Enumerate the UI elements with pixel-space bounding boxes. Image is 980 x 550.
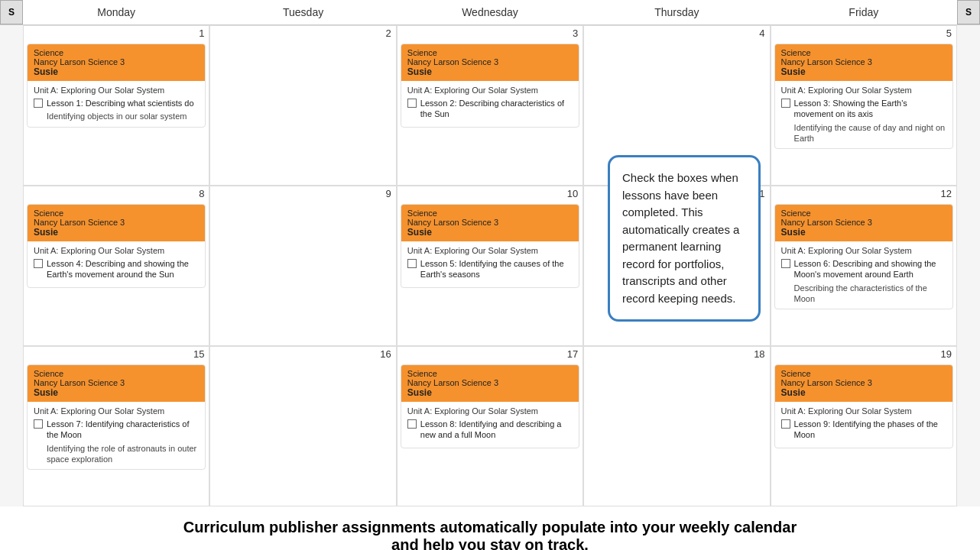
date-fri-3: 19 [771, 347, 956, 361]
side-right-2 [957, 186, 980, 346]
curriculum-12: Nancy Larson Science 3 [781, 218, 946, 227]
unit-8: Unit A: Exploring Our Solar System [34, 246, 199, 255]
cell-fri-2: 12 Science Nancy Larson Science 3 Susie … [771, 186, 957, 346]
lesson-sub-1: Identifying objects in our solar system [34, 111, 199, 121]
unit-1: Unit A: Exploring Our Solar System [34, 86, 199, 95]
curriculum-19: Nancy Larson Science 3 [781, 378, 946, 387]
lesson-text-5: Lesson 3: Showing the Earth's movement o… [794, 98, 946, 120]
card-header-12: Science Nancy Larson Science 3 Susie [775, 205, 952, 241]
lesson-checkbox-3[interactable] [407, 99, 417, 108]
date-wed-1: 3 [398, 26, 582, 40]
lesson-checkbox-1[interactable] [34, 99, 43, 108]
date-thu-3: 18 [584, 347, 769, 361]
unit-15: Unit A: Exploring Our Solar System [34, 406, 199, 416]
lesson-checkbox-8[interactable] [34, 259, 43, 268]
lesson-text-10: Lesson 5: Identifying the causes of the … [420, 258, 573, 280]
cell-mon-1: 1 Science Nancy Larson Science 3 Susie U… [23, 25, 209, 186]
lesson-card-19: Science Nancy Larson Science 3 Susie Uni… [774, 364, 953, 448]
lesson-checkbox-5[interactable] [781, 99, 790, 108]
student-3: Susie [407, 66, 573, 77]
card-header-3: Science Nancy Larson Science 3 Susie [401, 44, 579, 81]
subject-3: Science [407, 48, 573, 57]
lesson-text-15: Lesson 7: Identifying characteristics of… [47, 419, 199, 441]
curriculum-5: Nancy Larson Science 3 [781, 57, 946, 66]
card-header-19: Science Nancy Larson Science 3 Susie [775, 365, 952, 402]
card-header-5: Science Nancy Larson Science 3 Susie [775, 44, 952, 81]
card-body-12: Unit A: Exploring Our Solar System Lesso… [775, 241, 952, 309]
cell-wed-1: 3 Science Nancy Larson Science 3 Susie U… [397, 25, 583, 186]
corner-right[interactable]: S [957, 0, 980, 24]
lesson-item-3: Lesson 2: Describing characteristics of … [407, 98, 573, 120]
card-body-15: Unit A: Exploring Our Solar System Lesso… [28, 402, 205, 469]
date-mon-1: 1 [24, 26, 209, 40]
card-body-1: Unit A: Exploring Our Solar System Lesso… [28, 81, 205, 127]
lesson-checkbox-12[interactable] [781, 259, 790, 268]
side-left-2 [0, 186, 23, 346]
lesson-card-8: Science Nancy Larson Science 3 Susie Uni… [27, 204, 206, 288]
curriculum-10: Nancy Larson Science 3 [407, 218, 573, 227]
student-1: Susie [34, 66, 199, 77]
lesson-card-1: Science Nancy Larson Science 3 Susie Uni… [27, 44, 206, 128]
student-17: Susie [407, 387, 573, 398]
week-row-2: 8 Science Nancy Larson Science 3 Susie U… [0, 186, 980, 346]
lesson-checkbox-19[interactable] [781, 419, 790, 429]
lesson-text-8: Lesson 4: Describing and showing the Ear… [47, 258, 199, 280]
side-right-3 [957, 346, 980, 506]
side-left-1 [0, 25, 23, 186]
lesson-item-8: Lesson 4: Describing and showing the Ear… [34, 258, 199, 280]
cell-mon-2: 8 Science Nancy Larson Science 3 Susie U… [23, 186, 209, 346]
header-tuesday: Tuesday [209, 0, 396, 24]
student-15: Susie [34, 387, 199, 398]
student-5: Susie [781, 66, 946, 77]
header-friday: Friday [771, 0, 957, 24]
card-header-15: Science Nancy Larson Science 3 Susie [28, 365, 205, 402]
subject-8: Science [34, 209, 199, 218]
student-10: Susie [407, 227, 573, 238]
card-body-8: Unit A: Exploring Our Solar System Lesso… [28, 241, 205, 287]
date-fri-1: 5 [771, 26, 956, 40]
card-body-3: Unit A: Exploring Our Solar System Lesso… [401, 81, 579, 127]
banner-line2: and help you stay on track. [31, 536, 949, 550]
card-header-8: Science Nancy Larson Science 3 Susie [28, 205, 205, 241]
lesson-sub-15: Identifying the role of astronauts in ou… [34, 443, 199, 465]
unit-12: Unit A: Exploring Our Solar System [781, 246, 946, 255]
lesson-text-1: Lesson 1: Describing what scientists do [47, 98, 194, 108]
cell-thu-3: 18 [583, 346, 770, 506]
unit-19: Unit A: Exploring Our Solar System [781, 406, 946, 416]
curriculum-1: Nancy Larson Science 3 [34, 57, 199, 66]
cell-mon-3: 15 Science Nancy Larson Science 3 Susie … [23, 346, 209, 506]
lesson-checkbox-10[interactable] [407, 259, 417, 268]
lesson-checkbox-15[interactable] [34, 419, 43, 429]
corner-left[interactable]: S [0, 0, 23, 24]
subject-5: Science [781, 48, 946, 57]
date-tue-3: 16 [210, 347, 395, 361]
subject-17: Science [407, 369, 573, 378]
lesson-card-5: Science Nancy Larson Science 3 Susie Uni… [774, 44, 953, 149]
lesson-item-1: Lesson 1: Describing what scientists do [34, 98, 199, 108]
cell-wed-3: 17 Science Nancy Larson Science 3 Susie … [397, 346, 583, 506]
lesson-card-17: Science Nancy Larson Science 3 Susie Uni… [401, 364, 579, 448]
curriculum-17: Nancy Larson Science 3 [407, 378, 573, 387]
lesson-text-19: Lesson 9: Identifying the phases of the … [794, 419, 946, 441]
subject-15: Science [34, 369, 199, 378]
lesson-text-3: Lesson 2: Describing characteristics of … [420, 98, 573, 120]
card-header-17: Science Nancy Larson Science 3 Susie [401, 365, 579, 402]
date-fri-2: 12 [771, 186, 956, 201]
card-body-17: Unit A: Exploring Our Solar System Lesso… [401, 402, 579, 448]
card-header-1: Science Nancy Larson Science 3 Susie [28, 44, 205, 81]
calendar-body: 1 Science Nancy Larson Science 3 Susie U… [0, 25, 980, 506]
lesson-text-17: Lesson 8: Identifying and describing a n… [420, 419, 573, 441]
curriculum-15: Nancy Larson Science 3 [34, 378, 199, 387]
lesson-checkbox-17[interactable] [407, 419, 417, 429]
bottom-banner: Curriculum publisher assignments automat… [0, 506, 980, 550]
student-19: Susie [781, 387, 946, 398]
week-row-3: 15 Science Nancy Larson Science 3 Susie … [0, 346, 980, 506]
unit-10: Unit A: Exploring Our Solar System [407, 246, 573, 255]
date-mon-2: 8 [24, 186, 209, 201]
student-12: Susie [781, 227, 946, 238]
cell-fri-3: 19 Science Nancy Larson Science 3 Susie … [771, 346, 957, 506]
lesson-sub-12: Describing the characteristics of the Mo… [781, 283, 946, 305]
subject-10: Science [407, 209, 573, 218]
lesson-item-12: Lesson 6: Describing and showing the Moo… [781, 258, 946, 280]
card-body-5: Unit A: Exploring Our Solar System Lesso… [775, 81, 952, 148]
